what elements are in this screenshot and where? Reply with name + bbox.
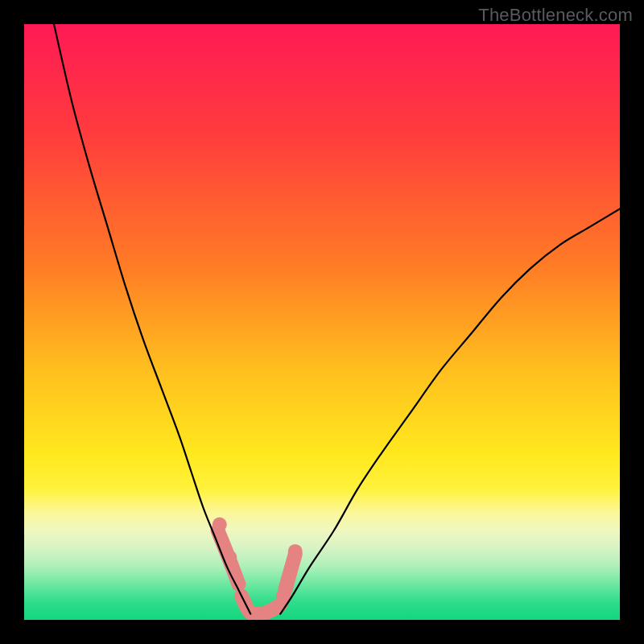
curve-lines-group bbox=[54, 24, 620, 614]
valley-marker-segment bbox=[285, 555, 295, 590]
right-curve bbox=[280, 208, 620, 613]
watermark-text: TheBottleneck.com bbox=[478, 5, 633, 26]
plot-area bbox=[24, 24, 620, 620]
valley-marker-segment bbox=[242, 596, 280, 614]
curve-layer bbox=[24, 24, 620, 620]
chart-frame: TheBottleneck.com bbox=[0, 0, 644, 644]
valley-marker-dot bbox=[288, 544, 303, 559]
valley-marker-dot bbox=[213, 518, 227, 532]
